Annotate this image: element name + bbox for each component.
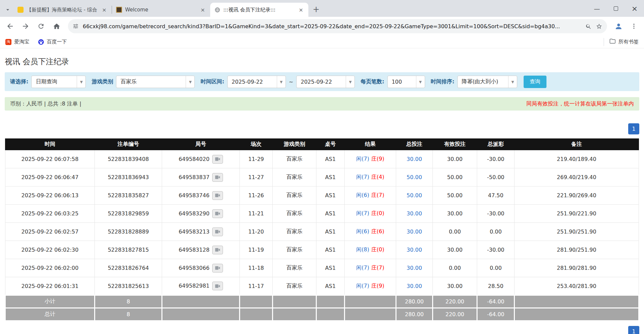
round-replay-icon[interactable] <box>212 209 223 218</box>
bookmark-star-icon[interactable] <box>596 23 602 30</box>
total-bet-link[interactable]: 30.00 <box>407 247 422 253</box>
cell-note: 281.90/281.90 <box>515 259 639 277</box>
menu-kebab-icon[interactable] <box>627 19 641 33</box>
cell-bet-id: 522831835827 <box>95 186 162 205</box>
round-replay-icon[interactable] <box>212 264 223 273</box>
date-end-select[interactable]: 2025-09-22 ▾ <box>296 76 355 88</box>
cell-round: 649583213 <box>162 223 240 241</box>
round-replay-icon[interactable] <box>212 191 223 200</box>
result-banker: 庄(9) <box>371 283 384 289</box>
bookmarks-bar: 淘 爱淘宝 百度一下 所有书签 <box>0 36 644 48</box>
cell-total-bet: 30.00 <box>396 150 433 168</box>
game-type-select[interactable]: 百家乐 ▾ <box>116 76 195 88</box>
cell-table: AS1 <box>316 259 345 277</box>
cell-total-bet: 30.00 <box>396 241 433 259</box>
round-number: 649582981 <box>179 283 210 289</box>
empty-cell <box>345 295 396 308</box>
table-row: 2025-09-22 06:06:13 522831835827 6495837… <box>5 186 639 205</box>
col-session: 场次 <box>240 139 273 150</box>
cell-result: 闲(6)庄(7) <box>345 186 396 205</box>
cell-total-bet: 30.00 <box>396 277 433 295</box>
url-text[interactable]: 66cxkj98.com/game/betrecord_search/kind3… <box>83 23 581 30</box>
total-bet-link[interactable]: 50.00 <box>407 192 422 199</box>
date-start-select[interactable]: 2025-09-22 ▾ <box>227 76 286 88</box>
tab-close-icon[interactable]: × <box>101 6 108 13</box>
profile-avatar[interactable] <box>612 19 625 33</box>
tab-close-icon[interactable]: × <box>199 6 206 13</box>
col-time: 时间 <box>5 139 95 150</box>
round-replay-icon[interactable] <box>212 155 223 164</box>
tab-title: 【新提醒】海燕策略论坛 - 综合 <box>27 7 98 13</box>
bookmark-baidu[interactable]: 百度一下 <box>38 39 67 45</box>
bookmark-label: 爱淘宝 <box>14 39 29 45</box>
back-icon[interactable] <box>3 19 17 33</box>
cell-valid-bet: 30.00 <box>433 277 477 295</box>
result-banker: 庄(7) <box>371 192 384 198</box>
round-number: 649583837 <box>179 174 210 180</box>
minimize-button[interactable]: — <box>588 0 606 17</box>
cell-valid-bet: 50.00 <box>433 186 477 205</box>
tab-close-icon[interactable]: × <box>298 6 304 13</box>
round-replay-icon[interactable] <box>212 173 223 182</box>
total-bet-link[interactable]: 30.00 <box>407 283 422 289</box>
sort-select[interactable]: 降幂(由大到小) ▾ <box>457 76 517 88</box>
forward-icon[interactable] <box>19 19 32 33</box>
date-range-label: 时间区间: <box>200 78 224 85</box>
query-type-select[interactable]: 日期查询 ▾ <box>31 76 86 88</box>
cell-time: 2025-09-22 06:01:31 <box>5 277 95 295</box>
per-page-select[interactable]: 100 ▾ <box>387 76 425 88</box>
new-tab-button[interactable]: + <box>310 4 322 15</box>
home-icon[interactable] <box>50 19 63 33</box>
total-bet-link[interactable]: 50.00 <box>407 174 422 180</box>
round-replay-icon[interactable] <box>212 246 223 254</box>
address-bar[interactable]: 66cxkj98.com/game/betrecord_search/kind3… <box>68 19 607 33</box>
tab-bet-records[interactable]: :::视讯 会员下注纪录::: × <box>210 3 308 17</box>
close-button[interactable]: × <box>625 0 644 17</box>
cell-payout: 0.00 <box>477 223 515 241</box>
cell-time: 2025-09-22 06:02:30 <box>5 241 95 259</box>
total-bet-link[interactable]: 30.00 <box>407 156 422 162</box>
cell-total-bet: 30.00 <box>396 205 433 223</box>
subtotal-payout: -64.00 <box>477 295 515 308</box>
summary-bar: 币别：人民币 | 总共 :8 注单 | 同局有效投注，统一计算在该局第一张注单内 <box>5 97 639 111</box>
cell-time: 2025-09-22 06:06:13 <box>5 186 95 205</box>
cell-total-bet: 50.00 <box>396 168 433 186</box>
cell-bet-id: 522831827815 <box>95 241 162 259</box>
cell-round: 649582981 <box>162 277 240 295</box>
window-controls: — × <box>588 0 644 17</box>
chevron-down-icon: ▾ <box>508 76 517 88</box>
bookmark-taobao[interactable]: 淘 爱淘宝 <box>5 39 29 45</box>
tab-forum[interactable]: 【新提醒】海燕策略论坛 - 综合 × <box>13 3 112 17</box>
cell-valid-bet: 0.00 <box>433 223 477 241</box>
cell-valid-bet: 50.00 <box>433 168 477 186</box>
total-bet-link[interactable]: 30.00 <box>407 265 422 271</box>
result-player: 闲(8) <box>356 246 369 253</box>
cell-bet-id: 522831826764 <box>95 259 162 277</box>
cell-total-bet: 30.00 <box>396 259 433 277</box>
col-payout: 总派彩 <box>477 139 515 150</box>
page-number-button[interactable]: 1 <box>628 123 639 134</box>
game-type-label: 游戏类别 <box>91 78 113 85</box>
cell-game-type: 百家乐 <box>273 223 316 241</box>
round-replay-icon[interactable] <box>212 282 223 290</box>
cell-table: AS1 <box>316 277 345 295</box>
all-bookmarks[interactable]: 所有书签 <box>604 38 639 46</box>
total-bet-link[interactable]: 30.00 <box>407 210 422 217</box>
maximize-button[interactable] <box>606 0 625 17</box>
sort-label: 时间排序: <box>431 78 454 85</box>
refresh-icon[interactable] <box>34 19 48 33</box>
page-title: 视讯 会员下注纪录 <box>5 56 639 67</box>
round-replay-icon[interactable] <box>212 227 223 236</box>
query-button[interactable]: 查询 <box>524 76 546 88</box>
zoom-icon[interactable] <box>585 23 592 30</box>
site-settings-icon[interactable] <box>73 23 79 29</box>
cell-note: 221.90/269.40 <box>515 186 639 205</box>
round-number: 649583213 <box>179 228 210 235</box>
page-number-button[interactable]: 1 <box>628 326 639 334</box>
cell-payout: -30.00 <box>477 150 515 168</box>
cell-table: AS1 <box>316 150 345 168</box>
total-bet-link[interactable]: 30.00 <box>407 228 422 235</box>
tab-search-chevron-icon[interactable] <box>2 3 13 17</box>
tab-welcome[interactable]: Welcome × <box>112 3 210 17</box>
cell-note: 281.90/251.90 <box>515 241 639 259</box>
